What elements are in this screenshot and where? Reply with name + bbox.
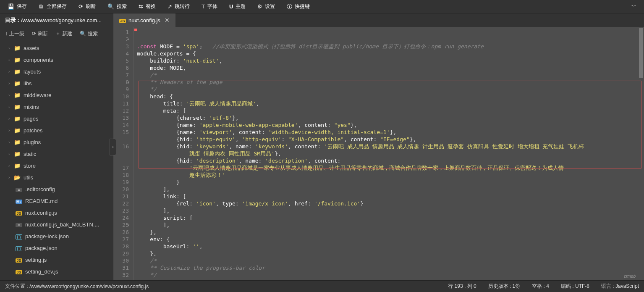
tab-close-button[interactable]: ✕	[165, 17, 170, 24]
nav-refresh-button[interactable]: ⟳刷新	[32, 30, 48, 37]
theme-label: 主题	[236, 3, 246, 10]
save-label: 保存	[17, 3, 27, 10]
folder-name: store	[24, 163, 36, 169]
search-icon: 🔍	[107, 3, 114, 10]
logo-watermark: crmeb	[624, 274, 636, 279]
settings-label: 设置	[265, 3, 275, 10]
path-label: 目录 :	[5, 16, 19, 24]
font-button[interactable]: T字体	[196, 0, 223, 13]
goto-button[interactable]: ↗跳转行	[162, 0, 196, 13]
file-icon: JS	[15, 257, 23, 263]
folder-item[interactable]: ›📁mixins	[0, 101, 113, 113]
sidebar: 目录 : /www/wwwroot/gongyunke.com... ↑上一级 …	[0, 13, 113, 280]
chevron-right-icon: ›	[8, 163, 13, 168]
folder-item[interactable]: ›📁patches	[0, 124, 113, 136]
search-button[interactable]: 🔍搜索	[102, 0, 133, 13]
folder-icon: 📁	[13, 45, 21, 51]
folder-icon: 📁	[13, 57, 21, 63]
goto-icon: ↗	[168, 3, 172, 10]
chevron-right-icon: ›	[8, 81, 13, 86]
settings-button[interactable]: ⚙设置	[251, 0, 281, 13]
file-item[interactable]: { }package-lock.json	[0, 230, 113, 242]
folder-item[interactable]: ›📁layouts	[0, 66, 113, 77]
theme-button[interactable]: U主题	[223, 0, 251, 13]
folder-icon: 📁	[13, 127, 21, 134]
file-item[interactable]: M↓README.md	[0, 195, 113, 207]
file-icon: { }	[15, 245, 23, 251]
status-bar: 文件位置 : /www/wwwroot/gongyunke.com/view/p…	[0, 280, 644, 292]
file-name: README.md	[25, 198, 58, 204]
refresh-button[interactable]: ⟳刷新	[73, 0, 102, 13]
folder-item[interactable]: ›📁pages	[0, 113, 113, 124]
toolbar-menu-toggle[interactable]: ﹀	[626, 3, 642, 10]
folder-name: static	[24, 151, 36, 157]
status-encoding[interactable]: 编码 : UTF-8	[561, 283, 589, 290]
folder-icon: 📁	[13, 116, 21, 122]
sidebar-collapse-handle[interactable]: ‹	[110, 139, 116, 155]
folder-item[interactable]: ›📁assets	[0, 42, 113, 54]
file-icon: JS	[15, 210, 23, 216]
plus-icon: ＋	[55, 30, 60, 37]
replace-button[interactable]: ⇆替换	[133, 0, 162, 13]
status-space[interactable]: 空格 : 4	[532, 283, 549, 290]
save-icon: 💾	[8, 3, 14, 10]
chevron-right-icon: ›	[8, 93, 13, 97]
nav-new-label: 新建	[62, 30, 72, 37]
editor-area: ‹ JS nuxt.config.js ✕ 123456789101112131…	[113, 13, 644, 280]
nav-up-label: 上一级	[9, 30, 24, 37]
arrow-up-icon: ↑	[5, 31, 8, 37]
replace-label: 替换	[146, 3, 156, 10]
file-item[interactable]: JSnuxt.config.js	[0, 207, 113, 218]
shortcuts-button[interactable]: ⓘ快捷键	[281, 0, 316, 13]
folder-name: pages	[24, 116, 38, 122]
chevron-right-icon: ›	[8, 69, 13, 74]
folder-item[interactable]: ›📁libs	[0, 77, 113, 89]
scrollbar-thumb[interactable]	[639, 28, 643, 78]
file-tree[interactable]: ›📁assets›📁components›📁layouts›📁libs›📁mid…	[0, 40, 113, 280]
save-all-icon: 🗎	[39, 3, 44, 10]
status-history[interactable]: 历史版本 : 1份	[488, 283, 521, 290]
code-editor[interactable]: 1234567891011121314151617181920212223242…	[113, 27, 644, 280]
folder-item[interactable]: ›📁components	[0, 54, 113, 66]
nav-new-button[interactable]: ＋新建	[55, 30, 72, 37]
folder-icon: 📁	[13, 92, 21, 98]
folder-name: libs	[24, 80, 32, 87]
nav-actions: ↑上一级 ⟳刷新 ＋新建 🔍搜索	[0, 27, 113, 40]
nav-search-button[interactable]: 🔍搜索	[80, 30, 98, 37]
nav-refresh-label: 刷新	[38, 30, 48, 37]
file-icon: { }	[15, 233, 23, 239]
folder-item[interactable]: ›📁plugins	[0, 136, 113, 148]
file-item[interactable]: ≡.editorconfig	[0, 183, 113, 195]
file-name: package.json	[25, 245, 58, 251]
goto-label: 跳转行	[175, 3, 190, 10]
font-icon: T	[202, 3, 205, 10]
nav-up-button[interactable]: ↑上一级	[5, 30, 24, 37]
folder-item[interactable]: ›📁middleware	[0, 89, 113, 101]
file-icon: JS	[15, 268, 23, 275]
file-icon: ≡	[15, 186, 23, 192]
code-content[interactable]: .const MODE = 'spa'; //单页面形式渲染模式（打包后将 di…	[134, 27, 644, 280]
save-all-button[interactable]: 🗎全部保存	[33, 0, 73, 13]
info-icon: ⓘ	[287, 3, 292, 11]
folder-item[interactable]: ›📁static	[0, 148, 113, 160]
status-lang[interactable]: 语言 : JavaScript	[601, 283, 639, 290]
status-cursor[interactable]: 行 193 , 列 0	[448, 283, 476, 290]
folder-name: utils	[24, 174, 33, 181]
file-item[interactable]: { }package.json	[0, 242, 113, 254]
folder-item[interactable]: ›📁store	[0, 160, 113, 171]
tab-nuxt-config[interactable]: JS nuxt.config.js ✕	[113, 13, 176, 27]
shortcuts-label: 快捷键	[295, 3, 310, 10]
nav-search-label: 搜索	[88, 30, 98, 37]
file-item[interactable]: JSsetting.js	[0, 254, 113, 266]
chevron-right-icon: ›	[8, 46, 13, 50]
folder-icon: 📁	[13, 163, 21, 169]
status-path: /www/wwwroot/gongyunke.com/view/pc/nuxt.…	[29, 284, 149, 289]
file-item[interactable]: JSsetting_dev.js	[0, 266, 113, 277]
folder-item[interactable]: ›📂utils	[0, 171, 113, 183]
vertical-scrollbar[interactable]	[639, 28, 643, 279]
folder-name: plugins	[24, 139, 41, 145]
top-toolbar: 💾保存 🗎全部保存 ⟳刷新 🔍搜索 ⇆替换 ↗跳转行 T字体 U主题 ⚙设置 ⓘ…	[0, 0, 644, 13]
save-button[interactable]: 💾保存	[2, 0, 33, 13]
file-item[interactable]: ≡nuxt.config.js_bak_McLBTN....	[0, 218, 113, 230]
status-path-label: 文件位置 :	[5, 283, 28, 290]
